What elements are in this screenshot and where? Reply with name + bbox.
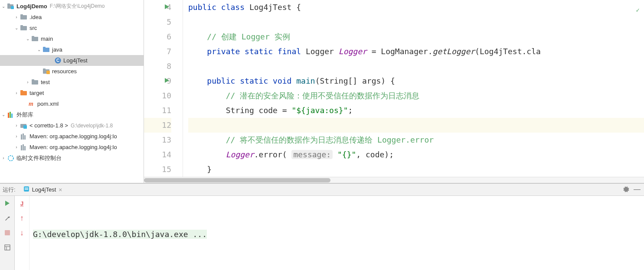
tree-item-pomxml[interactable]: mpom.xml <box>0 98 144 109</box>
jdk-icon <box>20 122 28 129</box>
chevron-down-icon[interactable]: ⌄ <box>0 4 7 9</box>
tree-arrow-icon[interactable]: ⌄ <box>13 26 20 30</box>
tree-item-label: test <box>41 79 50 85</box>
up-arrow-icon[interactable]: ↑ <box>17 213 27 223</box>
run-tab[interactable]: Log4jTest × <box>21 184 65 195</box>
svg-rect-37 <box>25 189 28 190</box>
svg-rect-39 <box>5 230 10 235</box>
svg-text:m: m <box>29 101 33 107</box>
chevron-right-icon[interactable]: › <box>0 156 7 160</box>
folder-gray-icon <box>31 36 39 42</box>
tree-root[interactable]: ⌄ Log4jDemo F:\网络安全\Log4jDemo <box>0 1 144 12</box>
svg-point-32 <box>8 156 13 161</box>
svg-rect-6 <box>20 25 23 27</box>
gutter-line[interactable]: 9 <box>144 74 171 88</box>
svg-rect-14 <box>43 68 46 70</box>
gutter-line[interactable]: 6 <box>144 29 171 44</box>
external-lib-item[interactable]: ›Maven: org.apache.logging.log4j:lo <box>0 131 144 142</box>
tree-item-label: target <box>29 90 44 96</box>
tree-item-resources[interactable]: resources <box>0 66 144 77</box>
run-header: 运行: Log4jTest × — <box>0 184 644 196</box>
tree-item-java[interactable]: ⌄java <box>0 44 144 55</box>
run-gutter-icon[interactable] <box>165 0 170 15</box>
layout-icon[interactable] <box>3 243 12 252</box>
svg-rect-21 <box>8 113 9 118</box>
svg-rect-31 <box>24 146 26 150</box>
tree-item-idea[interactable]: ›.idea <box>0 12 144 23</box>
gutter-line[interactable]: 11 <box>144 103 171 118</box>
svg-marker-34 <box>165 78 169 83</box>
svg-rect-10 <box>43 47 46 49</box>
tree-item-log4jtest[interactable]: CLog4jTest <box>0 55 144 66</box>
stop-button[interactable] <box>3 228 12 237</box>
gutter-line[interactable]: 8 <box>144 59 171 74</box>
chevron-right-icon[interactable]: › <box>13 134 20 139</box>
chevron-right-icon[interactable]: › <box>13 123 20 128</box>
external-lib-item[interactable]: ›Maven: org.apache.logging.log4j:lo <box>0 142 144 153</box>
minimize-icon[interactable]: — <box>634 185 641 194</box>
close-icon[interactable]: × <box>59 186 62 193</box>
horizontal-scrollbar[interactable] <box>144 177 644 183</box>
svg-rect-36 <box>25 188 28 189</box>
gutter-line[interactable]: 4 <box>144 0 171 15</box>
svg-rect-19 <box>20 90 23 92</box>
svg-rect-4 <box>20 14 23 16</box>
tree-item-main[interactable]: ⌄main <box>0 33 144 44</box>
svg-rect-40 <box>5 245 10 250</box>
tree-item-test[interactable]: ›test <box>0 77 144 88</box>
gutter-line[interactable]: 13 <box>144 133 171 147</box>
scroll-to-end-icon[interactable]: J <box>17 198 27 208</box>
run-toolbar-secondary: J ↑ ↓ <box>15 196 29 270</box>
down-arrow-icon[interactable]: ↓ <box>17 228 27 237</box>
folder-gray-icon <box>20 14 28 21</box>
folder-orange-icon <box>20 90 28 97</box>
scrollbar-thumb[interactable] <box>144 178 330 182</box>
editor-gutter[interactable]: 456789101112131415 <box>144 0 183 177</box>
gutter-line[interactable]: 15 <box>144 162 171 177</box>
run-tool-window: 运行: Log4jTest × — <box>0 183 644 270</box>
console-output[interactable]: G:\develop\jdk-1.8.0\bin\java.exe ... 16… <box>29 196 644 270</box>
tree-item-target[interactable]: ›target <box>0 88 144 98</box>
external-libs[interactable]: ⌄ 外部库 <box>0 109 144 120</box>
run-toolbar-primary <box>0 196 15 270</box>
svg-rect-17 <box>32 79 34 81</box>
code-content[interactable]: ✓ public class Log4jTest { // 创建 Logger … <box>183 0 644 177</box>
project-tree[interactable]: ⌄ Log4jDemo F:\网络安全\Log4jDemo ›.idea⌄src… <box>0 0 144 183</box>
lib-icon <box>20 144 28 151</box>
tree-arrow-icon[interactable]: › <box>24 80 31 85</box>
scratches[interactable]: › 临时文件和控制台 <box>0 153 144 163</box>
svg-rect-30 <box>23 144 24 150</box>
tree-arrow-icon[interactable]: › <box>13 15 20 20</box>
tree-item-label: Log4jTest <box>63 57 88 64</box>
folder-gray-icon <box>31 79 39 86</box>
inspection-ok-icon[interactable]: ✓ <box>636 3 640 17</box>
tree-arrow-icon[interactable]: › <box>13 91 20 95</box>
folder-res-icon <box>42 68 50 75</box>
chevron-down-icon[interactable]: ⌄ <box>0 112 7 117</box>
project-name: Log4jDemo <box>16 3 47 10</box>
svg-rect-27 <box>23 133 24 140</box>
lib-label: Maven: org.apache.logging.log4j:lo <box>29 133 117 140</box>
tree-item-label: pom.xml <box>37 101 59 107</box>
tree-arrow-icon[interactable]: ⌄ <box>24 36 31 41</box>
gutter-line[interactable]: 10 <box>144 88 171 103</box>
tree-item-label: .idea <box>29 14 42 20</box>
tree-item-src[interactable]: ⌄src <box>0 23 144 33</box>
run-gutter-icon[interactable] <box>165 74 170 88</box>
external-lib-item[interactable]: ›< corretto-1.8 >G:\develop\jdk-1.8 <box>0 120 144 131</box>
gutter-line[interactable]: 5 <box>144 15 171 29</box>
rerun-button[interactable] <box>3 198 12 208</box>
gear-icon[interactable] <box>622 185 629 194</box>
wrench-icon[interactable] <box>3 213 12 223</box>
tree-item-label: src <box>29 25 37 31</box>
gutter-line[interactable]: 12 <box>144 118 171 133</box>
code-editor[interactable]: 456789101112131415 ✓ public class Log4jT… <box>144 0 644 183</box>
tree-arrow-icon[interactable]: ⌄ <box>36 47 42 52</box>
chevron-right-icon[interactable]: › <box>13 145 20 150</box>
lib-path: G:\develop\jdk-1.8 <box>71 123 113 129</box>
gutter-line[interactable]: 7 <box>144 44 171 59</box>
libraries-icon <box>7 111 15 118</box>
svg-rect-23 <box>11 114 13 118</box>
gutter-line[interactable]: 14 <box>144 147 171 162</box>
svg-marker-33 <box>165 4 169 9</box>
